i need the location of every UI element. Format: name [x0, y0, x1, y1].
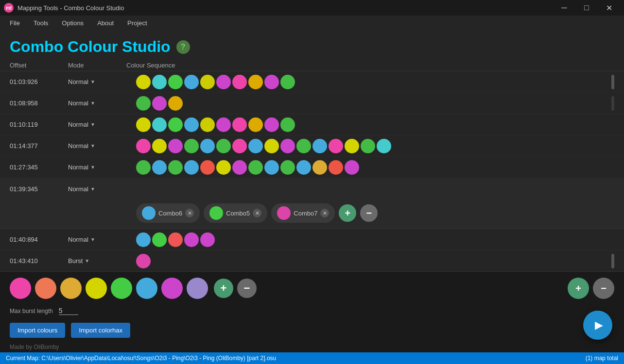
colour-dot[interactable]: [248, 139, 263, 153]
colour-dot[interactable]: [168, 96, 183, 111]
colour-picker-swatch[interactable]: [111, 278, 132, 299]
combo-chip-combo5[interactable]: Combo5 ✕: [204, 203, 267, 223]
colour-dot[interactable]: [152, 117, 167, 132]
menu-options[interactable]: Options: [56, 17, 89, 29]
row-mode[interactable]: Normal ▼: [68, 185, 136, 193]
colour-dot[interactable]: [248, 160, 263, 175]
colour-dot[interactable]: [152, 96, 167, 111]
colour-dot[interactable]: [296, 160, 311, 175]
colour-dot[interactable]: [377, 139, 391, 153]
colour-dot[interactable]: [136, 232, 151, 247]
remove-combo-button[interactable]: ✕: [185, 209, 194, 217]
remove-colour-button[interactable]: −: [237, 279, 257, 298]
chevron-down-icon[interactable]: ▼: [85, 258, 89, 264]
row-mode[interactable]: Normal ▼: [68, 164, 136, 171]
colour-picker-swatch[interactable]: [10, 278, 31, 299]
add-colour-button[interactable]: +: [214, 279, 233, 298]
colour-dot[interactable]: [152, 75, 167, 89]
import-colorhax-button[interactable]: Import colorhax: [71, 323, 130, 338]
colour-dot[interactable]: [168, 232, 183, 247]
colour-dot[interactable]: [216, 117, 231, 132]
play-button[interactable]: [583, 311, 612, 340]
colour-dot[interactable]: [248, 117, 263, 132]
colour-picker-swatch[interactable]: [35, 278, 56, 299]
colour-dot[interactable]: [232, 160, 247, 175]
colour-dot[interactable]: [264, 117, 279, 132]
colour-dot[interactable]: [200, 160, 215, 175]
colour-dot[interactable]: [184, 117, 199, 132]
colour-dot[interactable]: [216, 139, 231, 153]
colour-dot[interactable]: [345, 160, 359, 175]
expanded-row[interactable]: 01:39:345 Normal ▼ Combo6 ✕ Combo5 ✕: [0, 178, 624, 229]
burst-length-input[interactable]: [59, 307, 78, 315]
colour-dot[interactable]: [184, 139, 199, 153]
colour-dot[interactable]: [136, 117, 151, 132]
colour-picker-swatch[interactable]: [161, 278, 183, 299]
colour-dot[interactable]: [200, 117, 215, 132]
rows-area[interactable]: 01:03:926 Normal ▼ 01:08:958: [0, 71, 624, 271]
chevron-down-icon[interactable]: ▼: [90, 237, 95, 242]
colour-dot[interactable]: [136, 96, 151, 111]
table-row[interactable]: 01:40:894 Normal ▼: [0, 229, 624, 250]
chevron-down-icon[interactable]: ▼: [90, 165, 95, 170]
colour-dot[interactable]: [184, 160, 199, 175]
colour-dot[interactable]: [264, 160, 279, 175]
chevron-down-icon[interactable]: ▼: [90, 122, 95, 127]
row-mode[interactable]: Normal ▼: [68, 78, 136, 85]
colour-dot[interactable]: [136, 139, 151, 153]
remove-last-combo-button[interactable]: −: [360, 204, 378, 222]
colour-dot[interactable]: [264, 75, 279, 89]
colour-dot[interactable]: [152, 160, 167, 175]
menu-about[interactable]: About: [91, 17, 120, 29]
menu-tools[interactable]: Tools: [28, 17, 54, 29]
colour-dot[interactable]: [232, 75, 247, 89]
table-row[interactable]: 01:10:119 Normal ▼: [0, 114, 624, 135]
colour-dot[interactable]: [280, 75, 295, 89]
colour-dot[interactable]: [232, 117, 247, 132]
colour-dot[interactable]: [361, 139, 375, 153]
colour-dot[interactable]: [280, 160, 295, 175]
colour-dot[interactable]: [168, 139, 183, 153]
colour-picker-swatch[interactable]: [136, 278, 157, 299]
row-mode[interactable]: Normal ▼: [68, 142, 136, 149]
colour-dot[interactable]: [168, 75, 183, 89]
colour-dot[interactable]: [216, 75, 231, 89]
row-mode[interactable]: Normal ▼: [68, 121, 136, 128]
colour-dot[interactable]: [216, 160, 231, 175]
table-row[interactable]: 01:27:345 Normal ▼: [0, 157, 624, 178]
chevron-down-icon[interactable]: ▼: [90, 143, 95, 149]
table-row[interactable]: 01:43:410 Burst ▼: [0, 250, 624, 271]
menu-file[interactable]: File: [4, 17, 26, 29]
colour-dot[interactable]: [136, 254, 151, 268]
colour-dot[interactable]: [264, 139, 279, 153]
colour-dot[interactable]: [280, 139, 295, 153]
colour-dot[interactable]: [312, 139, 327, 153]
add-row-button[interactable]: +: [568, 278, 589, 299]
row-mode[interactable]: Burst ▼: [68, 257, 136, 265]
combo-chip-combo7[interactable]: Combo7 ✕: [271, 203, 335, 223]
colour-dot[interactable]: [200, 139, 215, 153]
close-button[interactable]: ✕: [598, 0, 620, 16]
colour-dot[interactable]: [329, 160, 343, 175]
chevron-down-icon[interactable]: ▼: [90, 100, 95, 106]
chevron-down-icon[interactable]: ▼: [90, 186, 95, 192]
colour-dot[interactable]: [184, 232, 199, 247]
remove-row-button[interactable]: −: [593, 278, 614, 299]
colour-dot[interactable]: [136, 160, 151, 175]
colour-dot[interactable]: [152, 232, 167, 247]
import-colours-button[interactable]: Import colours: [10, 323, 65, 338]
row-mode[interactable]: Normal ▼: [68, 99, 136, 107]
colour-picker-swatch[interactable]: [60, 278, 82, 299]
table-row[interactable]: 01:08:958 Normal ▼: [0, 93, 624, 114]
row-mode[interactable]: Normal ▼: [68, 236, 136, 243]
colour-dot[interactable]: [312, 160, 327, 175]
minimize-button[interactable]: ─: [553, 0, 575, 16]
remove-combo-button[interactable]: ✕: [320, 209, 329, 217]
combo-chip-combo6[interactable]: Combo6 ✕: [136, 203, 200, 223]
colour-dot[interactable]: [345, 139, 359, 153]
colour-dot[interactable]: [232, 139, 247, 153]
colour-picker-swatch[interactable]: [187, 278, 208, 299]
chevron-down-icon[interactable]: ▼: [90, 79, 95, 84]
table-row[interactable]: 01:14:377 Normal ▼: [0, 135, 624, 157]
colour-dot[interactable]: [296, 139, 311, 153]
